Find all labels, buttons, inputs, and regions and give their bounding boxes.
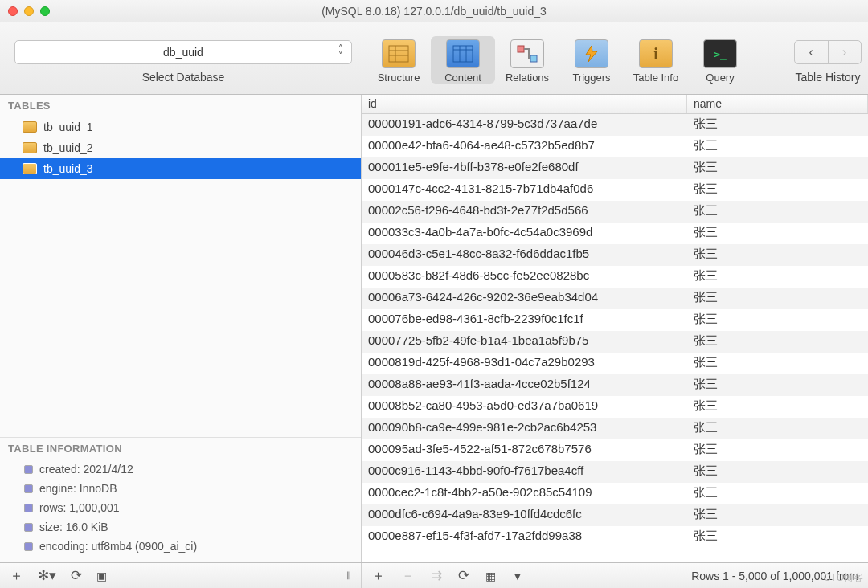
column-header-id[interactable]: id bbox=[362, 95, 687, 113]
cell-id[interactable]: 0000c916-1143-4bbd-90f0-f7617bea4cff bbox=[362, 461, 687, 483]
table-row[interactable]: 0000583c-b82f-48d6-85cc-fe52ee0828bc张三 bbox=[362, 266, 868, 288]
cell-id[interactable]: 000095ad-3fe5-4522-af51-872c678b7576 bbox=[362, 439, 687, 461]
filter-button[interactable]: ▼ bbox=[512, 570, 523, 582]
table-row[interactable]: 00007725-5fb2-49fe-b1a4-1bea1a5f9b75张三 bbox=[362, 331, 868, 353]
cell-name[interactable]: 张三 bbox=[687, 483, 868, 504]
content-area: id name 00000191-adc6-4314-8799-5c3d737a… bbox=[362, 95, 868, 562]
query-tab[interactable]: >_ Query bbox=[688, 36, 752, 84]
cell-name[interactable]: 张三 bbox=[687, 244, 868, 266]
cell-id[interactable]: 0000cec2-1c8f-4bb2-a50e-902c85c54109 bbox=[362, 483, 687, 504]
table-item-tb_uuid_1[interactable]: tb_uuid_1 bbox=[0, 116, 361, 137]
table-row[interactable]: 000076be-ed98-4361-8cfb-2239f0c1fc1f张三 bbox=[362, 309, 868, 331]
cell-name[interactable]: 张三 bbox=[687, 526, 868, 548]
cell-name[interactable]: 张三 bbox=[687, 201, 868, 223]
cell-name[interactable]: 张三 bbox=[687, 353, 868, 374]
cell-name[interactable]: 张三 bbox=[687, 396, 868, 418]
cell-id[interactable]: 0000dfc6-c694-4a9a-83e9-10ffd4cdc6fc bbox=[362, 504, 687, 526]
refresh-tables-button[interactable]: ⟳ bbox=[71, 567, 82, 584]
table-row[interactable]: 00006a73-6424-426c-9202-36e9eab34d04张三 bbox=[362, 288, 868, 309]
cell-id[interactable]: 000033c3-4a0b-4a7a-b0fc-4c54a0c3969d bbox=[362, 223, 687, 244]
database-selector[interactable]: db_uuid ˄˅ bbox=[14, 40, 352, 64]
database-selector-value: db_uuid bbox=[163, 46, 203, 59]
remove-row-button[interactable]: － bbox=[401, 566, 415, 585]
cell-id[interactable]: 0000583c-b82f-48d6-85cc-fe52ee0828bc bbox=[362, 266, 687, 288]
duplicate-row-button[interactable]: ⇉ bbox=[431, 567, 442, 584]
table-row[interactable]: 000090b8-ca9e-499e-981e-2cb2ac6b4253张三 bbox=[362, 418, 868, 439]
console-button[interactable]: ▦ bbox=[485, 570, 496, 582]
column-header-name[interactable]: name bbox=[687, 95, 868, 113]
cell-id[interactable]: 0000819d-425f-4968-93d1-04c7a29b0293 bbox=[362, 353, 687, 374]
table-row[interactable]: 000011e5-e9fe-4bff-b378-e0fe2fe680df张三 bbox=[362, 157, 868, 179]
table-row[interactable]: 0000147c-4cc2-4131-8215-7b71db4af0d6张三 bbox=[362, 179, 868, 201]
table-row[interactable]: 0000819d-425f-4968-93d1-04c7a29b0293张三 bbox=[362, 353, 868, 374]
table-row[interactable]: 00000191-adc6-4314-8799-5c3d737aa7de张三 bbox=[362, 114, 868, 136]
table-actions-button[interactable]: ✻▾ bbox=[38, 567, 56, 584]
table-row[interactable]: 0000cec2-1c8f-4bb2-a50e-902c85c54109张三 bbox=[362, 483, 868, 504]
table-row[interactable]: 0000e887-ef15-4f3f-afd7-17a2fdd99a38张三 bbox=[362, 526, 868, 548]
structure-tab[interactable]: Structure bbox=[366, 36, 431, 84]
cell-id[interactable]: 000046d3-c5e1-48cc-8a32-f6d6ddac1fb5 bbox=[362, 244, 687, 266]
cell-name[interactable]: 张三 bbox=[687, 418, 868, 439]
content-icon bbox=[446, 39, 480, 68]
table-row[interactable]: 0000c916-1143-4bbd-90f0-f7617bea4cff张三 bbox=[362, 461, 868, 483]
cell-id[interactable]: 00006a73-6424-426c-9202-36e9eab34d04 bbox=[362, 288, 687, 309]
add-table-button[interactable]: ＋ bbox=[10, 566, 23, 585]
cell-id[interactable]: 000090b8-ca9e-499e-981e-2cb2ac6b4253 bbox=[362, 418, 687, 439]
cell-name[interactable]: 张三 bbox=[687, 504, 868, 526]
add-row-button[interactable]: ＋ bbox=[371, 566, 385, 585]
cell-name[interactable]: 张三 bbox=[687, 439, 868, 461]
table-row[interactable]: 00000e42-bfa6-4064-ae48-c5732b5ed8b7张三 bbox=[362, 136, 868, 157]
content-tab[interactable]: Content bbox=[431, 36, 495, 84]
info-engine: engine: InnoDB bbox=[0, 479, 361, 498]
cell-id[interactable]: 00000e42-bfa6-4064-ae48-c5732b5ed8b7 bbox=[362, 136, 687, 157]
history-forward-button[interactable]: › bbox=[829, 41, 862, 63]
cell-name[interactable]: 张三 bbox=[687, 157, 868, 179]
columns-toggle-button[interactable]: ⦀ bbox=[346, 569, 351, 582]
table-item-tb_uuid_3[interactable]: tb_uuid_3 bbox=[0, 158, 361, 179]
cell-id[interactable]: 00007725-5fb2-49fe-b1a4-1bea1a5f9b75 bbox=[362, 331, 687, 353]
cell-id[interactable]: 00008a88-ae93-41f3-aada-4cce02b5f124 bbox=[362, 374, 687, 396]
cell-name[interactable]: 张三 bbox=[687, 374, 868, 396]
table-row[interactable]: 00002c56-f296-4648-bd3f-2e77f2d5d566张三 bbox=[362, 201, 868, 223]
table-row[interactable]: 0000dfc6-c694-4a9a-83e9-10ffd4cdc6fc张三 bbox=[362, 504, 868, 526]
info-encoding: encoding: utf8mb4 (0900_ai_ci) bbox=[0, 537, 361, 556]
cell-name[interactable]: 张三 bbox=[687, 331, 868, 353]
bullet-icon bbox=[24, 465, 33, 474]
sidebar: TABLES tb_uuid_1tb_uuid_2tb_uuid_3 TABLE… bbox=[0, 95, 362, 562]
cell-name[interactable]: 张三 bbox=[687, 114, 868, 136]
cell-id[interactable]: 0000e887-ef15-4f3f-afd7-17a2fdd99a38 bbox=[362, 526, 687, 548]
table-row[interactable]: 00008a88-ae93-41f3-aada-4cce02b5f124张三 bbox=[362, 374, 868, 396]
table-info-tab[interactable]: i Table Info bbox=[624, 36, 688, 84]
bullet-icon bbox=[24, 523, 33, 532]
table-row[interactable]: 00008b52-ca80-4953-a5d0-ed37a7ba0619张三 bbox=[362, 396, 868, 418]
table-row[interactable]: 000046d3-c5e1-48cc-8a32-f6d6ddac1fb5张三 bbox=[362, 244, 868, 266]
triggers-tab[interactable]: Triggers bbox=[559, 36, 624, 84]
relations-tab[interactable]: Relations bbox=[495, 36, 559, 84]
info-rows: rows: 1,000,001 bbox=[0, 498, 361, 517]
cell-name[interactable]: 张三 bbox=[687, 266, 868, 288]
tables-header: TABLES bbox=[0, 95, 361, 116]
history-back-button[interactable]: ‹ bbox=[795, 41, 829, 63]
cell-id[interactable]: 0000147c-4cc2-4131-8215-7b71db4af0d6 bbox=[362, 179, 687, 201]
table-item-tb_uuid_2[interactable]: tb_uuid_2 bbox=[0, 137, 361, 158]
table-row[interactable]: 000095ad-3fe5-4522-af51-872c678b7576张三 bbox=[362, 439, 868, 461]
cell-id[interactable]: 00000191-adc6-4314-8799-5c3d737aa7de bbox=[362, 114, 687, 136]
cell-name[interactable]: 张三 bbox=[687, 179, 868, 201]
svg-rect-0 bbox=[389, 46, 408, 62]
table-info-icon: i bbox=[639, 39, 673, 68]
cell-name[interactable]: 张三 bbox=[687, 461, 868, 483]
cell-id[interactable]: 000011e5-e9fe-4bff-b378-e0fe2fe680df bbox=[362, 157, 687, 179]
cell-name[interactable]: 张三 bbox=[687, 136, 868, 157]
svg-rect-4 bbox=[453, 46, 473, 62]
toggle-panel-button[interactable]: ▣ bbox=[96, 570, 107, 582]
cell-name[interactable]: 张三 bbox=[687, 309, 868, 331]
cell-name[interactable]: 张三 bbox=[687, 223, 868, 244]
data-rows[interactable]: 00000191-adc6-4314-8799-5c3d737aa7de张三00… bbox=[362, 114, 868, 562]
refresh-data-button[interactable]: ⟳ bbox=[458, 567, 469, 584]
triggers-icon bbox=[575, 39, 608, 68]
cell-name[interactable]: 张三 bbox=[687, 288, 868, 309]
cell-id[interactable]: 000076be-ed98-4361-8cfb-2239f0c1fc1f bbox=[362, 309, 687, 331]
table-row[interactable]: 000033c3-4a0b-4a7a-b0fc-4c54a0c3969d张三 bbox=[362, 223, 868, 244]
cell-id[interactable]: 00002c56-f296-4648-bd3f-2e77f2d5d566 bbox=[362, 201, 687, 223]
cell-id[interactable]: 00008b52-ca80-4953-a5d0-ed37a7ba0619 bbox=[362, 396, 687, 418]
